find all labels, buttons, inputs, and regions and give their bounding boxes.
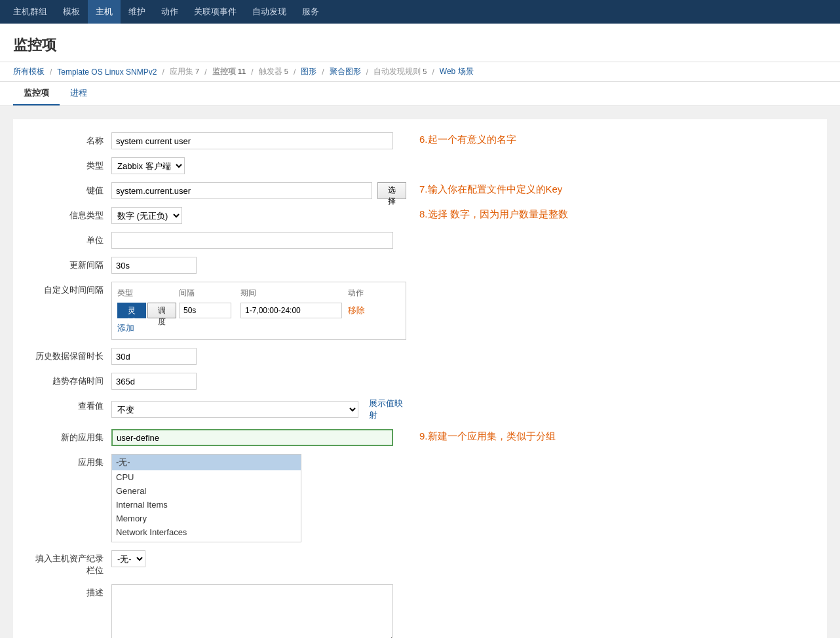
app-item-cpu[interactable]: CPU [112, 470, 301, 484]
breadcrumb-sep-7: / [366, 67, 368, 77]
breadcrumb-monitor-current: 监控项 11 [212, 66, 246, 77]
host-inventory-label: 填入主机资产纪录栏位 [33, 550, 111, 576]
annotation-new-app: 9.新建一个应用集，类似于分组 [419, 429, 556, 443]
app-item-none[interactable]: -无- [112, 455, 301, 470]
type-flexible-button[interactable]: 灵活 [117, 303, 146, 318]
main-content: 名称 6.起一个有意义的名字 类型 Zabbix 客户端 键值 选择 7.输入你… [0, 106, 840, 638]
trend-row: 趋势存储时间 [33, 373, 807, 390]
page-title: 监控项 [13, 30, 827, 62]
nav-host-groups[interactable]: 主机群组 [5, 0, 55, 24]
info-type-control: 数字 (无正负) [111, 207, 406, 224]
interval-header: 类型 间隔 期间 动作 [117, 288, 400, 299]
breadcrumb: 所有模板 / Template OS Linux SNMPv2 / 应用集 7 … [0, 62, 840, 82]
breadcrumb-aggregate[interactable]: 聚合图形 [330, 66, 361, 77]
breadcrumb-sep-8: / [432, 67, 434, 77]
nav-discovery[interactable]: 自动发现 [244, 0, 294, 24]
show-value-select[interactable]: 不变 [111, 401, 358, 418]
breadcrumb-graphs[interactable]: 图形 [301, 66, 316, 77]
app-item-network[interactable]: Network Interfaces [112, 525, 301, 539]
app-item-internal[interactable]: Internal Items [112, 498, 301, 512]
unit-input[interactable] [111, 232, 393, 249]
custom-interval-control: 类型 间隔 期间 动作 灵活 调度 移除 [111, 282, 406, 340]
app-item-memory[interactable]: Memory [112, 512, 301, 525]
page-header: 监控项 [0, 24, 840, 62]
show-value-mapping-link[interactable]: 展示值映射 [369, 398, 406, 421]
description-textarea[interactable] [111, 584, 393, 638]
trend-input[interactable] [111, 373, 197, 390]
breadcrumb-sep-4: / [251, 67, 253, 77]
interval-row-1: 灵活 调度 移除 [117, 303, 400, 318]
new-app-input[interactable] [111, 429, 393, 446]
type-scheduled-button[interactable]: 调度 [147, 303, 176, 318]
key-control: 选择 [111, 182, 406, 199]
description-row: 描述 [33, 584, 807, 638]
breadcrumb-auto-discovery[interactable]: 自动发现规则 5 [373, 66, 427, 77]
app-list[interactable]: -无- CPU General Internal Items Memory Ne… [111, 454, 301, 542]
tab-monitor-item[interactable]: 监控项 [13, 82, 60, 105]
host-inventory-select[interactable]: -无- [111, 550, 145, 567]
col-interval-header: 间隔 [179, 288, 238, 299]
breadcrumb-app-set[interactable]: 应用集 7 [170, 66, 199, 77]
interval-label: 更新间隔 [33, 257, 111, 271]
key-label: 键值 [33, 182, 111, 197]
key-row: 键值 选择 7.输入你在配置文件中定义的Key [33, 182, 807, 199]
breadcrumb-sep-2: / [162, 67, 164, 77]
history-control [111, 348, 406, 365]
type-select[interactable]: Zabbix 客户端 [111, 157, 185, 174]
history-row: 历史数据保留时长 [33, 348, 807, 365]
row-interval-input[interactable] [179, 303, 231, 318]
type-row: 类型 Zabbix 客户端 [33, 157, 807, 174]
interval-control [111, 257, 406, 274]
remove-interval-link[interactable]: 移除 [348, 305, 387, 316]
app-label: 应用集 [33, 454, 111, 468]
nav-actions[interactable]: 动作 [153, 0, 186, 24]
name-row: 名称 6.起一个有意义的名字 [33, 132, 807, 149]
col-period-header: 期间 [240, 288, 345, 299]
breadcrumb-triggers[interactable]: 触发器 5 [259, 66, 288, 77]
new-app-label: 新的应用集 [33, 429, 111, 443]
history-input[interactable] [111, 348, 197, 365]
unit-row: 单位 [33, 232, 807, 249]
app-item-general[interactable]: General [112, 484, 301, 498]
nav-templates[interactable]: 模板 [55, 0, 88, 24]
breadcrumb-sep-5: / [294, 67, 296, 77]
breadcrumb-template[interactable]: Template OS Linux SNMPv2 [57, 67, 157, 77]
nav-event-correlation[interactable]: 关联项事件 [186, 0, 244, 24]
nav-maintenance[interactable]: 维护 [121, 0, 153, 24]
app-item-status[interactable]: Status [112, 539, 301, 542]
annotation-key: 7.输入你在配置文件中定义的Key [419, 182, 562, 196]
form-tabs: 监控项 进程 [0, 82, 840, 106]
show-value-label: 查看值 [33, 398, 111, 412]
app-control: -无- CPU General Internal Items Memory Ne… [111, 454, 406, 542]
breadcrumb-sep-6: / [322, 67, 324, 77]
nav-services[interactable]: 服务 [294, 0, 327, 24]
custom-interval-row: 自定义时间间隔 类型 间隔 期间 动作 灵活 调度 [33, 282, 807, 340]
new-app-row: 新的应用集 9.新建一个应用集，类似于分组 [33, 429, 807, 446]
nav-hosts[interactable]: 主机 [88, 0, 121, 24]
name-input[interactable] [111, 132, 393, 149]
app-row: 应用集 -无- CPU General Internal Items Memor… [33, 454, 807, 542]
type-label: 类型 [33, 157, 111, 172]
interval-row: 更新间隔 [33, 257, 807, 274]
add-interval-link[interactable]: 添加 [117, 323, 134, 333]
show-value-control: 不变 展示值映射 [111, 398, 406, 421]
trend-label: 趋势存储时间 [33, 373, 111, 387]
row-period-input[interactable] [240, 303, 342, 318]
description-label: 描述 [33, 584, 111, 599]
tab-process[interactable]: 进程 [60, 82, 98, 105]
breadcrumb-all-templates[interactable]: 所有模板 [13, 66, 45, 77]
breadcrumb-sep-1: / [50, 67, 52, 77]
info-type-row: 信息类型 数字 (无正负) 8.选择 数字，因为用户数量是整数 [33, 207, 807, 224]
custom-interval-label: 自定义时间间隔 [33, 282, 111, 296]
interval-input[interactable] [111, 257, 197, 274]
key-select-button[interactable]: 选择 [377, 182, 406, 199]
form-container: 名称 6.起一个有意义的名字 类型 Zabbix 客户端 键值 选择 7.输入你… [13, 119, 827, 638]
key-input[interactable] [111, 182, 372, 199]
info-type-select[interactable]: 数字 (无正负) [111, 207, 182, 224]
name-label: 名称 [33, 132, 111, 147]
col-action-header: 动作 [348, 288, 387, 299]
annotation-info-type: 8.选择 数字，因为用户数量是整数 [419, 207, 568, 221]
custom-interval-table: 类型 间隔 期间 动作 灵活 调度 移除 [111, 282, 406, 340]
history-label: 历史数据保留时长 [33, 348, 111, 362]
breadcrumb-web-scenarios[interactable]: Web 场景 [440, 66, 474, 77]
